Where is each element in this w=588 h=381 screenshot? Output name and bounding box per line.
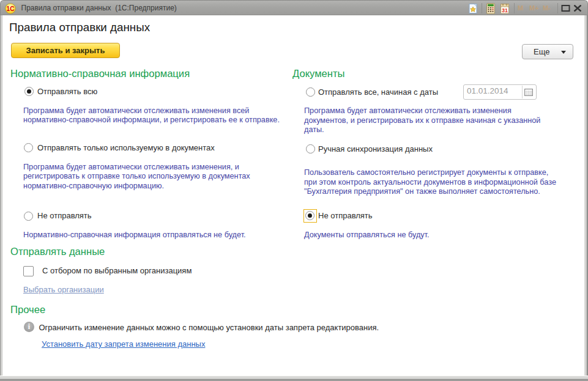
svg-text:1C: 1C bbox=[7, 6, 15, 12]
svg-text:31: 31 bbox=[502, 7, 508, 13]
